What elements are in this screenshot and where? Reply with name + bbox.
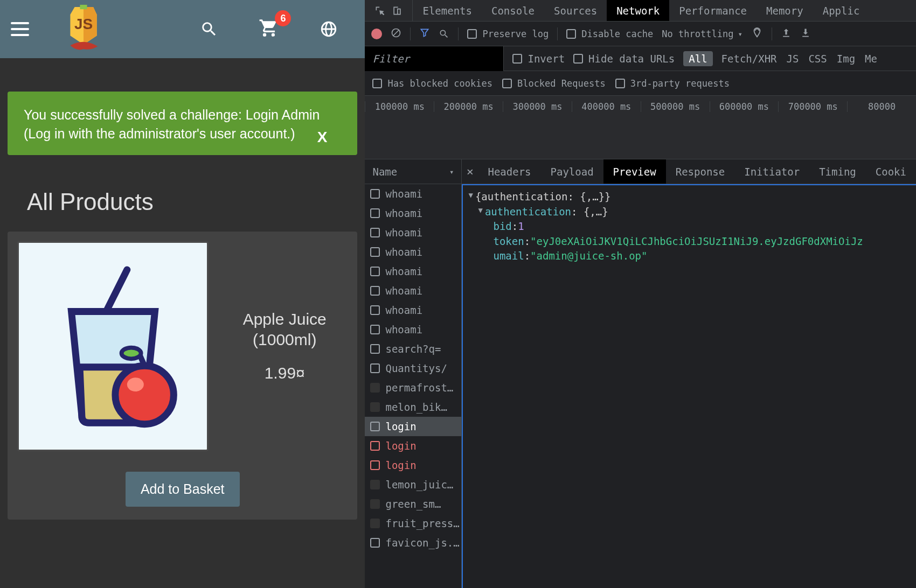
request-row[interactable]: permafrost… [365,378,461,397]
detail-tab-response[interactable]: Response [666,159,735,184]
product-name: Apple Juice [221,310,348,328]
devtools-tab-performance[interactable]: Performance [669,0,757,21]
inspect-icon[interactable] [374,5,385,16]
request-row[interactable]: whoami [365,320,461,339]
detail-tab-preview[interactable]: Preview [603,159,666,184]
request-type-icon [370,383,380,393]
blocked-requests-checkbox[interactable]: Blocked Requests [502,78,606,89]
detail-tab-headers[interactable]: Headers [478,159,540,184]
detail-tab-timing[interactable]: Timing [809,159,866,184]
devtools-pane: ElementsConsoleSourcesNetworkPerformance… [365,0,916,588]
response-preview[interactable]: ▼{authentication: {,…}} ▼authentication:… [462,184,916,588]
request-type-icon [370,189,380,199]
request-type-icon [370,499,380,509]
request-type-icon [370,538,380,548]
devtools-tabs: ElementsConsoleSourcesNetworkPerformance… [365,0,916,22]
filter-type-js[interactable]: JS [787,53,799,65]
request-row[interactable]: green_sm… [365,494,461,514]
filter-input[interactable]: Filter [365,46,504,71]
app-logo[interactable]: JS [61,4,106,54]
product-size: (1000ml) [221,331,348,349]
network-timeline[interactable]: 100000 ms200000 ms300000 ms400000 ms5000… [365,96,916,159]
invert-checkbox[interactable]: Invert [512,53,565,65]
app-header: JS 6 [0,0,365,58]
clear-button[interactable] [391,27,401,40]
devtools-tab-memory[interactable]: Memory [757,0,813,21]
request-type-icon [370,363,380,373]
request-row[interactable]: login [365,456,461,475]
blocked-cookies-checkbox[interactable]: Has blocked cookies [372,78,492,89]
disable-cache-checkbox[interactable]: Disable cache [566,29,653,39]
svg-rect-0 [80,5,87,9]
network-toolbar: Preserve log Disable cache No throttling [365,22,916,46]
record-button[interactable] [371,29,382,39]
filter-type-all[interactable]: All [683,51,712,66]
devtools-tab-applic[interactable]: Applic [813,0,870,21]
request-details: × HeadersPayloadPreviewResponseInitiator… [462,159,916,588]
request-type-icon [370,305,380,315]
cart-badge: 6 [275,10,291,26]
details-close-button[interactable]: × [462,165,478,178]
svg-point-3 [127,377,143,391]
filter-type-img[interactable]: Img [837,53,855,65]
add-to-basket-button[interactable]: Add to Basket [126,472,240,507]
request-type-icon [370,267,380,276]
filter-bar: Filter Invert Hide data URLs All Fetch/X… [365,46,916,71]
filter-type-css[interactable]: CSS [808,53,827,65]
devtools-tab-network[interactable]: Network [607,0,669,21]
detail-tab-initiator[interactable]: Initiator [734,159,809,184]
download-icon[interactable] [800,27,811,40]
request-type-icon [370,460,380,470]
request-row[interactable]: whoami [365,184,461,204]
request-type-icon [370,422,380,431]
throttle-dropdown[interactable]: No throttling [662,29,742,39]
request-row[interactable]: whoami [365,281,461,300]
toast-close-button[interactable]: X [317,127,328,148]
request-row[interactable]: whoami [365,242,461,262]
network-settings-icon[interactable] [751,27,763,41]
svg-line-6 [393,30,399,36]
request-type-icon [370,480,380,489]
hide-data-urls-checkbox[interactable]: Hide data URLs [573,53,675,65]
detail-tab-cooki[interactable]: Cooki [866,159,916,184]
request-row[interactable]: search?q= [365,339,461,359]
request-type-icon [370,325,380,334]
request-row[interactable]: whoami [365,223,461,242]
product-card: Apple Juice (1000ml) 1.99¤ Add to Basket [8,232,357,520]
detail-tab-payload[interactable]: Payload [541,159,603,184]
filter-type-me[interactable]: Me [865,53,877,65]
device-icon[interactable] [392,5,403,16]
request-type-icon [370,344,380,354]
preserve-log-checkbox[interactable]: Preserve log [467,29,549,39]
request-row[interactable]: login [365,436,461,456]
search-tool-icon[interactable] [439,29,449,39]
cart-button[interactable]: 6 [259,18,279,40]
menu-icon[interactable] [11,22,29,36]
request-row[interactable]: Quantitys/ [365,359,461,378]
success-toast: You successfully solved a challenge: Log… [8,92,357,155]
requests-header[interactable]: Name [365,159,461,184]
request-type-icon [370,208,380,218]
devtools-tab-elements[interactable]: Elements [413,0,482,21]
globe-icon[interactable] [320,20,338,38]
devtools-tab-console[interactable]: Console [482,0,544,21]
request-row[interactable]: whoami [365,204,461,223]
request-row[interactable]: melon_bik… [365,397,461,417]
request-type-icon [370,441,380,451]
toast-message: You successfully solved a challenge: Log… [24,107,320,141]
devtools-tab-sources[interactable]: Sources [544,0,607,21]
request-row[interactable]: whoami [365,300,461,320]
request-row[interactable]: favicon_js.… [365,533,461,552]
request-row[interactable]: fruit_press… [365,514,461,533]
filter-type-fetch-xhr[interactable]: Fetch/XHR [721,53,777,65]
product-image[interactable] [17,241,209,451]
request-row[interactable]: login [365,417,461,436]
request-type-icon [370,286,380,296]
request-row[interactable]: lemon_juic… [365,475,461,494]
upload-icon[interactable] [781,27,792,40]
requests-list: Name whoamiwhoamiwhoamiwhoamiwhoamiwhoam… [365,159,462,588]
filter-icon[interactable] [419,27,430,40]
search-icon[interactable] [200,20,218,38]
request-row[interactable]: whoami [365,262,461,281]
third-party-checkbox[interactable]: 3rd-party requests [615,78,730,89]
